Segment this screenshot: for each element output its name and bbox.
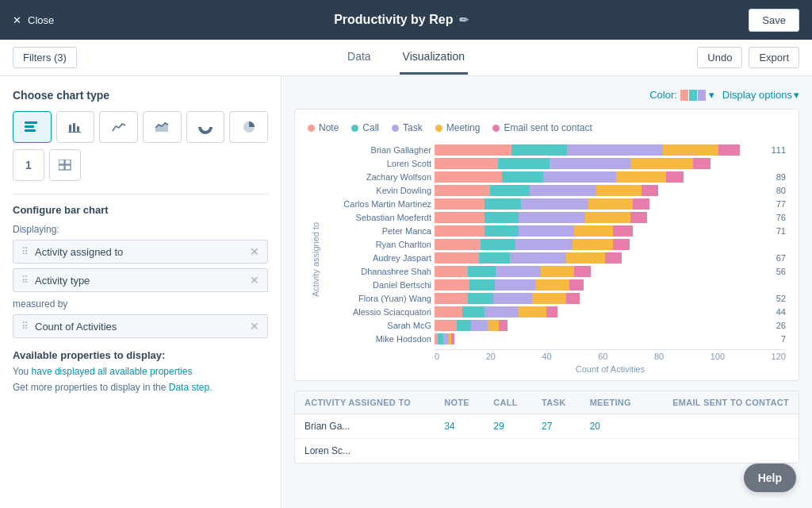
- tag-count-activities: ⠿ Count of Activities ✕: [13, 314, 268, 338]
- table-cell: [435, 439, 484, 464]
- drag-handle2-icon[interactable]: ⠿: [21, 275, 29, 286]
- legend-item: Meeting: [435, 122, 481, 133]
- svg-rect-4: [73, 123, 75, 132]
- x-tick: 80: [654, 352, 664, 361]
- chart-type-bar-horizontal[interactable]: [13, 111, 52, 143]
- undo-button[interactable]: Undo: [697, 47, 742, 68]
- remove-tag1-button[interactable]: ✕: [250, 245, 259, 258]
- tab-data[interactable]: Data: [344, 40, 374, 75]
- bar-vert-icon: [68, 121, 82, 133]
- legend-dot: [392, 125, 399, 132]
- bar-segment: [567, 144, 664, 156]
- bar-segment: [541, 266, 574, 277]
- close-label: Close: [28, 14, 54, 26]
- bar-segment: [451, 333, 454, 344]
- x-tick: 100: [710, 352, 725, 361]
- bar-segment: [510, 252, 565, 264]
- bar-segment: [435, 212, 485, 223]
- svg-rect-0: [25, 121, 37, 124]
- bar-segment: [435, 252, 479, 264]
- choose-chart-type-title: Choose chart type: [13, 89, 268, 102]
- avail-desc: You have displayed all available propert…: [13, 366, 268, 377]
- chart-type-bar-vertical[interactable]: [56, 111, 95, 143]
- bar-segment: [574, 225, 613, 237]
- bar-segment: [481, 239, 515, 250]
- drag-handle-icon[interactable]: ⠿: [21, 246, 29, 257]
- display-options-label: Display options: [722, 89, 792, 101]
- bar-segment: [693, 158, 710, 169]
- remove-tag2-button[interactable]: ✕: [250, 274, 259, 287]
- x-tick: 120: [772, 352, 786, 361]
- bar-segment: [435, 306, 462, 318]
- chart-type-table[interactable]: [49, 149, 81, 181]
- legend-item: Task: [392, 122, 423, 133]
- svg-rect-3: [69, 125, 71, 132]
- table-header-cell: Activity Assigned To: [295, 391, 435, 414]
- bar-segment: [521, 198, 588, 210]
- chart-type-area[interactable]: [143, 111, 182, 143]
- display-options-button[interactable]: Display options ▾: [722, 89, 799, 101]
- bar-segment: [596, 185, 641, 196]
- data-table: Activity Assigned ToNoteCallTaskMeetingE…: [294, 391, 799, 464]
- edit-title-icon[interactable]: ✏: [459, 13, 469, 26]
- table-head: Activity Assigned ToNoteCallTaskMeetingE…: [295, 391, 799, 414]
- measured-by-label: measured by: [13, 298, 268, 310]
- bar-label: Sebastian Moeferdt: [320, 213, 431, 222]
- avail-text3: .: [209, 382, 212, 393]
- bar-label: Kevin Dowling: [320, 186, 431, 195]
- drag-handle3-icon[interactable]: ⠿: [21, 321, 29, 332]
- color-swatch: [680, 90, 706, 101]
- close-button[interactable]: ✕ Close: [13, 14, 54, 26]
- bar-segment: [613, 239, 630, 250]
- avail-title: Available properties to display:: [13, 349, 268, 361]
- bar-segment: [435, 279, 469, 291]
- svg-rect-13: [59, 165, 64, 170]
- chart-type-line[interactable]: [99, 111, 138, 143]
- bar-segment: [519, 212, 586, 223]
- avail-link1[interactable]: have displayed all available properties: [32, 366, 193, 377]
- table-cell: [484, 439, 532, 464]
- export-button[interactable]: Export: [749, 47, 799, 68]
- legend-dot: [351, 125, 358, 132]
- table-cell: 34: [435, 414, 484, 439]
- bar-row: Mike Hodsdon7: [320, 333, 786, 344]
- chart-type-number[interactable]: 1: [13, 149, 44, 181]
- table-cell: [532, 439, 580, 464]
- help-button[interactable]: Help: [744, 464, 796, 492]
- legend-label: Task: [403, 122, 423, 133]
- legend-item: Call: [351, 122, 379, 133]
- table-cell: 20: [580, 414, 648, 439]
- color-label: Color:: [649, 89, 677, 101]
- bar-row: Kevin Dowling80: [320, 185, 786, 196]
- bar-segment: [435, 158, 498, 169]
- avail-text2: Get more properties to display in the: [13, 382, 169, 393]
- bar-row: Brian Gallagher111: [320, 144, 786, 156]
- bar-chart-inner: Brian Gallagher111Loren ScottZachary Wol…: [320, 144, 786, 374]
- color-button[interactable]: Color: ▾: [649, 89, 714, 101]
- bar-segment: [485, 212, 518, 223]
- tag3-label: Count of Activities: [35, 321, 243, 333]
- bar-segment: [435, 293, 468, 304]
- bar-segment: [642, 185, 658, 196]
- tabs: Data Visualization: [344, 40, 468, 75]
- remove-tag3-button[interactable]: ✕: [250, 320, 259, 333]
- bar-segment: [585, 212, 630, 223]
- results-table: Activity Assigned ToNoteCallTaskMeetingE…: [295, 391, 799, 463]
- tab-visualization[interactable]: Visualization: [400, 40, 468, 75]
- bar-track: [435, 279, 779, 291]
- table-cell: 27: [532, 414, 580, 439]
- data-step-link[interactable]: Data step: [169, 382, 209, 393]
- chart-type-pie[interactable]: [229, 111, 268, 143]
- left-panel: Choose chart type: [0, 76, 282, 508]
- svg-rect-1: [25, 125, 34, 128]
- bar-segment: [718, 144, 741, 156]
- table-row: Loren Sc...: [295, 439, 799, 464]
- chart-type-donut[interactable]: [186, 111, 225, 143]
- filters-button[interactable]: Filters (3): [13, 47, 77, 68]
- bar-segment: [488, 320, 499, 331]
- bar-segment: [502, 171, 544, 183]
- number-icon: 1: [25, 159, 32, 171]
- save-button[interactable]: Save: [749, 9, 799, 32]
- table-cell: Loren Sc...: [295, 439, 435, 464]
- bar-segment: [479, 252, 510, 264]
